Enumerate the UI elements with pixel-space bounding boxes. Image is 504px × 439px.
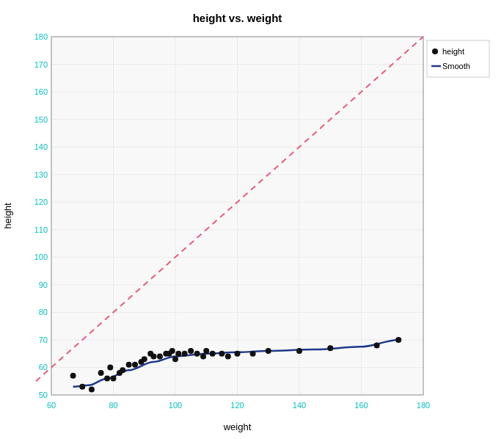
svg-text:100: 100 [34, 253, 48, 261]
svg-rect-82 [427, 40, 489, 77]
svg-text:60: 60 [47, 401, 56, 410]
svg-point-54 [120, 367, 125, 373]
svg-text:150: 150 [34, 115, 48, 124]
svg-point-65 [172, 356, 178, 362]
svg-point-60 [150, 353, 156, 359]
svg-text:70: 70 [39, 335, 48, 344]
svg-text:140: 140 [293, 401, 306, 410]
svg-text:50: 50 [39, 391, 48, 399]
svg-text:90: 90 [39, 280, 48, 289]
svg-point-70 [200, 353, 206, 359]
svg-point-66 [175, 351, 181, 357]
svg-text:100: 100 [169, 401, 182, 410]
svg-text:180: 180 [34, 32, 48, 41]
svg-point-58 [142, 356, 147, 362]
svg-point-77 [266, 348, 271, 354]
svg-point-73 [219, 351, 224, 357]
svg-point-76 [250, 351, 256, 357]
svg-point-68 [188, 348, 194, 354]
svg-point-79 [327, 345, 333, 351]
svg-point-48 [89, 386, 95, 392]
svg-text:120: 120 [34, 197, 48, 206]
svg-point-61 [157, 353, 163, 359]
svg-point-46 [70, 373, 76, 379]
svg-point-72 [210, 351, 216, 357]
svg-point-81 [395, 337, 401, 343]
chart-container: 5060708090100110120130140150160170180608… [0, 0, 504, 439]
svg-point-55 [126, 362, 132, 368]
legend-smooth-label: Smooth [442, 62, 470, 70]
svg-text:160: 160 [354, 401, 368, 410]
svg-text:120: 120 [230, 401, 244, 410]
y-axis-label: height [2, 203, 13, 229]
x-axis-label: weight [223, 421, 252, 432]
svg-point-78 [296, 348, 302, 354]
svg-text:140: 140 [34, 142, 48, 151]
svg-point-56 [132, 362, 138, 368]
svg-point-71 [203, 348, 209, 354]
svg-text:80: 80 [39, 308, 48, 316]
svg-text:80: 80 [109, 401, 117, 410]
chart-title: height vs. weight [193, 12, 282, 24]
svg-text:130: 130 [34, 170, 48, 179]
svg-point-64 [169, 348, 175, 354]
svg-text:60: 60 [39, 363, 48, 371]
svg-point-75 [235, 351, 241, 357]
svg-text:110: 110 [34, 225, 48, 234]
svg-point-51 [107, 364, 113, 370]
legend-height-label: height [442, 47, 464, 56]
svg-text:180: 180 [417, 401, 430, 410]
svg-point-67 [182, 351, 188, 357]
svg-text:160: 160 [34, 87, 48, 96]
svg-point-47 [79, 384, 85, 390]
chart-svg: 5060708090100110120130140150160170180608… [0, 0, 504, 439]
svg-point-83 [432, 48, 438, 54]
svg-point-80 [374, 342, 380, 348]
svg-point-74 [225, 353, 231, 359]
svg-point-52 [111, 375, 117, 381]
svg-point-50 [104, 375, 110, 381]
svg-point-69 [194, 351, 200, 357]
svg-point-49 [98, 370, 104, 376]
svg-text:170: 170 [34, 60, 48, 69]
